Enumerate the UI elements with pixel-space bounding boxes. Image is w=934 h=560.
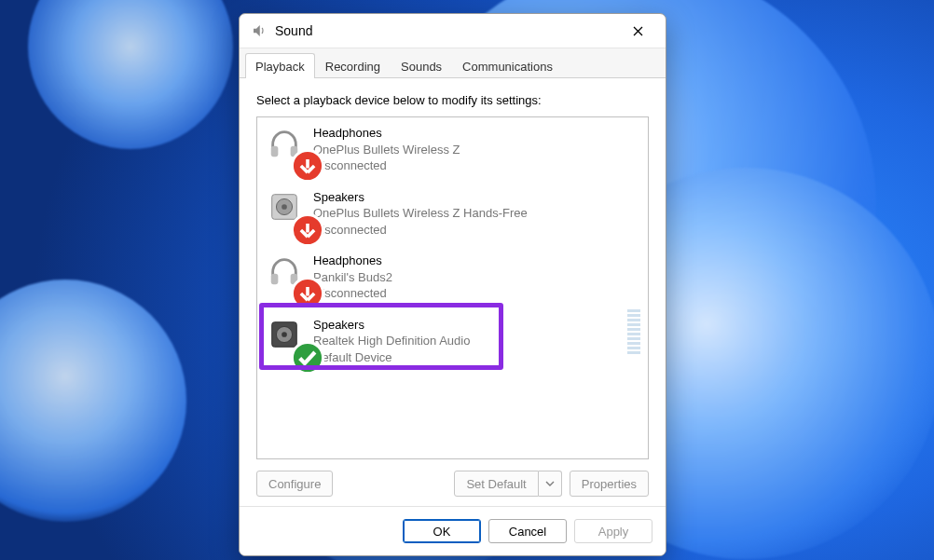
- ok-button[interactable]: OK: [403, 519, 481, 543]
- tab-label: Playback: [255, 60, 305, 74]
- tab-label: Recording: [325, 60, 380, 74]
- headphones-icon: [267, 253, 302, 288]
- device-item-headphones-oneplus[interactable]: Headphones OnePlus Bullets Wireless Z Di…: [257, 117, 648, 182]
- error-badge-icon: [290, 212, 305, 227]
- device-text: Headphones OnePlus Bullets Wireless Z Di…: [313, 125, 460, 174]
- speaker-icon: [267, 189, 302, 225]
- device-name: Headphones: [313, 253, 392, 269]
- button-label: Cancel: [509, 525, 546, 539]
- device-name: Speakers: [313, 189, 528, 206]
- properties-button[interactable]: Properties: [570, 471, 649, 497]
- titlebar: Sound: [240, 14, 666, 48]
- device-subtitle: Realtek High Definition Audio: [313, 333, 470, 349]
- device-text: Speakers OnePlus Bullets Wireless Z Hand…: [313, 189, 528, 239]
- headphones-icon: [267, 125, 302, 160]
- wallpaper-shape: [28, 0, 233, 149]
- tab-playback[interactable]: Playback: [245, 53, 315, 78]
- device-item-speakers-realtek[interactable]: Speakers Realtek High Definition Audio D…: [257, 309, 648, 374]
- close-icon: [633, 26, 643, 36]
- window-title: Sound: [275, 23, 617, 38]
- device-status: Disconnected: [313, 222, 528, 239]
- tab-sounds[interactable]: Sounds: [391, 53, 452, 78]
- speaker-icon: [251, 22, 268, 39]
- configure-button[interactable]: Configure: [256, 471, 333, 497]
- svg-point-12: [282, 332, 287, 337]
- tab-content: Select a playback device below to modify…: [240, 78, 666, 506]
- button-label: OK: [433, 525, 451, 539]
- device-status: Default Device: [313, 349, 470, 366]
- device-name: Speakers: [313, 317, 470, 334]
- button-label: Properties: [582, 477, 637, 491]
- sound-dialog: Sound Playback Recording Sounds Communic…: [239, 13, 666, 556]
- device-status: Disconnected: [313, 157, 460, 174]
- checkmark-badge-icon: [290, 340, 305, 355]
- set-default-button[interactable]: Set Default: [454, 471, 538, 497]
- tab-recording[interactable]: Recording: [315, 53, 391, 78]
- dialog-footer: OK Cancel Apply: [240, 506, 666, 555]
- svg-rect-7: [271, 274, 279, 284]
- tab-label: Sounds: [401, 60, 442, 74]
- desktop-wallpaper: Sound Playback Recording Sounds Communic…: [0, 0, 934, 560]
- svg-rect-0: [271, 146, 279, 157]
- wallpaper-shape: [0, 280, 186, 522]
- error-badge-icon: [290, 276, 305, 291]
- device-name: Headphones: [313, 125, 460, 142]
- button-label: Set Default: [466, 477, 526, 491]
- device-item-speakers-oneplus[interactable]: Speakers OnePlus Bullets Wireless Z Hand…: [257, 182, 648, 246]
- level-meter: [627, 309, 640, 354]
- playback-device-list[interactable]: Headphones OnePlus Bullets Wireless Z Di…: [256, 116, 649, 459]
- device-item-headphones-buds2[interactable]: Headphones Pankil's Buds2 Disconnected: [257, 245, 648, 309]
- set-default-dropdown[interactable]: [539, 471, 562, 497]
- close-button[interactable]: [617, 17, 658, 45]
- svg-point-5: [282, 204, 287, 210]
- instruction-text: Select a playback device below to modify…: [256, 93, 649, 107]
- chevron-down-icon: [545, 479, 555, 488]
- set-default-splitbutton[interactable]: Set Default: [454, 471, 561, 497]
- apply-button[interactable]: Apply: [574, 519, 652, 543]
- error-badge-icon: [290, 148, 305, 163]
- device-actions-row: Configure Set Default Properties: [256, 471, 649, 497]
- tab-strip: Playback Recording Sounds Communications: [240, 48, 666, 78]
- tab-communications[interactable]: Communications: [452, 53, 563, 78]
- device-subtitle: OnePlus Bullets Wireless Z Hands-Free: [313, 205, 528, 222]
- speaker-icon: [267, 317, 302, 352]
- device-subtitle: OnePlus Bullets Wireless Z: [313, 142, 460, 158]
- tab-label: Communications: [462, 60, 553, 74]
- cancel-button[interactable]: Cancel: [488, 519, 567, 543]
- device-text: Speakers Realtek High Definition Audio D…: [313, 317, 470, 366]
- button-label: Apply: [598, 525, 629, 539]
- button-label: Configure: [268, 477, 321, 491]
